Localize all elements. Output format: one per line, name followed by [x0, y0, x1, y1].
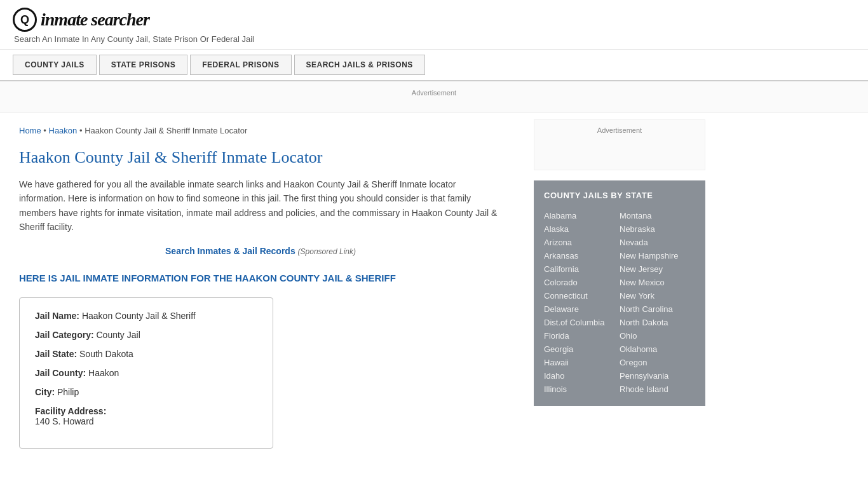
breadcrumb: Home • Haakon • Haakon County Jail & She…	[19, 126, 502, 135]
state-link[interactable]: Illinois	[544, 383, 620, 396]
state-link[interactable]: Arizona	[544, 236, 620, 249]
state-link[interactable]: North Carolina	[620, 302, 695, 316]
state-col-right: MontanaNebraskaNevadaNew HampshireNew Je…	[620, 209, 695, 396]
state-link[interactable]: Rhode Island	[620, 383, 695, 396]
jail-county-value: Haakon	[88, 368, 119, 378]
state-col-left: AlabamaAlaskaArizonaArkansasCaliforniaCo…	[544, 209, 620, 396]
info-heading: HERE IS JAIL INMATE INFORMATION FOR THE …	[19, 271, 502, 285]
logo-text-span: inmate searcher	[41, 10, 149, 29]
state-columns: AlabamaAlaskaArizonaArkansasCaliforniaCo…	[544, 209, 695, 396]
main-content: Home • Haakon • Haakon County Jail & She…	[0, 113, 521, 461]
logo-text: inmate searcher	[41, 10, 149, 30]
logo-area: Q inmate searcher	[13, 8, 855, 32]
state-link[interactable]: Arkansas	[544, 249, 620, 262]
state-link[interactable]: Florida	[544, 329, 620, 342]
state-link[interactable]: Montana	[620, 209, 695, 222]
state-link[interactable]: Idaho	[544, 369, 620, 383]
top-ad-bar: Advertisement	[0, 81, 868, 113]
jail-name-row: Jail Name: Haakon County Jail & Sheriff	[35, 311, 257, 321]
sidebar: Advertisement COUNTY JAILS BY STATE Alab…	[521, 113, 718, 461]
state-link[interactable]: Hawaii	[544, 356, 620, 369]
nav-bar: COUNTY JAILS STATE PRISONS FEDERAL PRISO…	[0, 50, 868, 81]
sidebar-ad: Advertisement	[534, 119, 705, 170]
state-link[interactable]: Ohio	[620, 329, 695, 342]
state-link[interactable]: Oklahoma	[620, 342, 695, 356]
jail-category-value: County Jail	[96, 330, 140, 340]
page-title: Haakon County Jail & Sheriff Inmate Loca…	[19, 148, 502, 167]
state-link[interactable]: Delaware	[544, 302, 620, 316]
jail-category-label: Jail Category:	[35, 330, 96, 340]
state-link[interactable]: Nebraska	[620, 222, 695, 236]
state-link[interactable]: New Jersey	[620, 262, 695, 276]
breadcrumb-home[interactable]: Home	[19, 126, 41, 135]
state-link[interactable]: Connecticut	[544, 289, 620, 302]
jail-address-value: 140 S. Howard	[35, 416, 257, 426]
jail-city-row: City: Philip	[35, 387, 257, 397]
ad-label: Advertisement	[412, 89, 456, 97]
breadcrumb-sep1: •	[43, 126, 46, 135]
jail-info-box: Jail Name: Haakon County Jail & Sheriff …	[19, 297, 273, 449]
state-link[interactable]: New York	[620, 289, 695, 302]
state-link[interactable]: Alabama	[544, 209, 620, 222]
search-inmates-link[interactable]: Search Inmates & Jail Records	[165, 246, 295, 256]
nav-federal-prisons[interactable]: FEDERAL PRISONS	[190, 55, 291, 75]
jail-address-row: Facility Address: 140 S. Howard	[35, 406, 257, 426]
breadcrumb-current: Haakon County Jail & Sheriff Inmate Loca…	[85, 126, 247, 135]
state-link[interactable]: Colorado	[544, 276, 620, 289]
state-link[interactable]: Oregon	[620, 356, 695, 369]
state-link[interactable]: New Mexico	[620, 276, 695, 289]
nav-state-prisons[interactable]: STATE PRISONS	[99, 55, 187, 75]
jail-category-row: Jail Category: County Jail	[35, 330, 257, 340]
nav-county-jails[interactable]: COUNTY JAILS	[13, 55, 97, 75]
search-link-container: Search Inmates & Jail Records (Sponsored…	[19, 246, 502, 256]
jail-county-label: Jail County:	[35, 368, 88, 378]
jail-address-label: Facility Address:	[35, 406, 257, 416]
jail-state-label: Jail State:	[35, 349, 79, 359]
state-list-box: COUNTY JAILS BY STATE AlabamaAlaskaArizo…	[534, 180, 705, 406]
state-link[interactable]: Alaska	[544, 222, 620, 236]
description: We have gathered for you all the availab…	[19, 177, 502, 234]
nav-search-jails[interactable]: SEARCH JAILS & PRISONS	[294, 55, 425, 75]
tagline: Search An Inmate In Any County Jail, Sta…	[14, 34, 855, 44]
state-link[interactable]: New Hampshire	[620, 249, 695, 262]
state-link[interactable]: Pennsylvania	[620, 369, 695, 383]
jail-city-value: Philip	[57, 387, 79, 397]
breadcrumb-sep2: •	[79, 126, 83, 135]
sponsored-label: (Sponsored Link)	[298, 247, 356, 256]
breadcrumb-haakon[interactable]: Haakon	[49, 126, 78, 135]
state-link[interactable]: California	[544, 262, 620, 276]
sidebar-ad-label: Advertisement	[597, 126, 642, 134]
jail-state-value: South Dakota	[79, 349, 133, 359]
state-link[interactable]: North Dakota	[620, 316, 695, 329]
logo-icon: Q	[13, 8, 37, 32]
jail-city-label: City:	[35, 387, 57, 397]
jail-county-row: Jail County: Haakon	[35, 368, 257, 378]
jail-name-label: Jail Name:	[35, 311, 82, 321]
state-list-title: COUNTY JAILS BY STATE	[544, 191, 695, 200]
jail-name-value: Haakon County Jail & Sheriff	[82, 311, 196, 321]
state-link[interactable]: Nevada	[620, 236, 695, 249]
state-link[interactable]: Georgia	[544, 342, 620, 356]
main-layout: Home • Haakon • Haakon County Jail & She…	[0, 113, 868, 461]
state-link[interactable]: Dist.of Columbia	[544, 316, 620, 329]
jail-state-row: Jail State: South Dakota	[35, 349, 257, 359]
site-header: Q inmate searcher Search An Inmate In An…	[0, 0, 868, 50]
